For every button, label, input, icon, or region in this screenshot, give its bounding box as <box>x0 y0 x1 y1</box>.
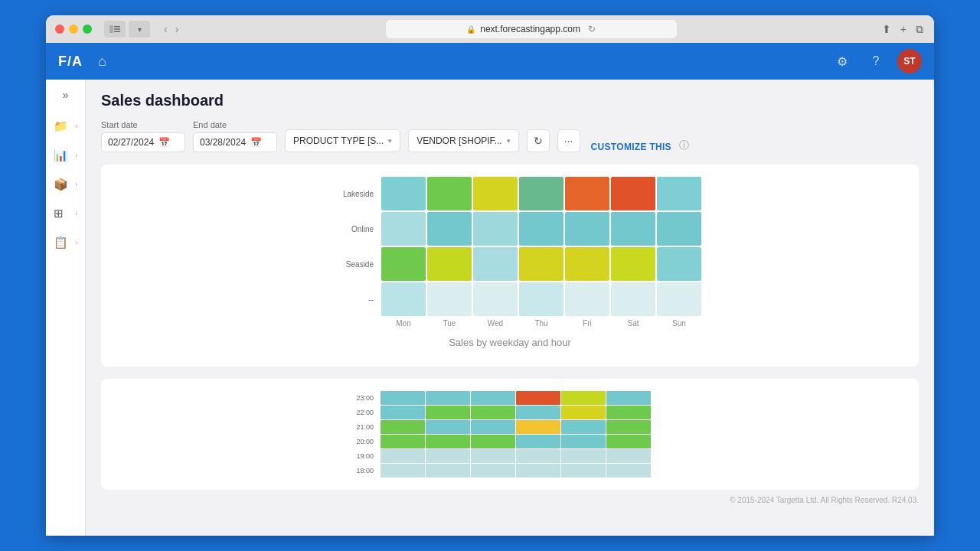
heatmap-chart-section: LakesideOnlineSeaside-- MonTueWedThuFriS… <box>101 165 919 367</box>
dropdown-chevron-icon: ▾ <box>388 137 392 145</box>
heatmap-cell <box>473 282 518 316</box>
heatmap2-cell <box>426 406 470 419</box>
heatmap2-cell <box>381 406 425 419</box>
address-bar[interactable]: 🔒 next.forecastingapp.com ↻ <box>386 20 677 38</box>
end-date-input[interactable]: 03/28/2024 📅 <box>193 132 277 152</box>
end-date-label: End date <box>193 120 277 129</box>
heatmap2-cell <box>606 464 651 478</box>
heatmap-container: LakesideOnlineSeaside-- MonTueWedThuFriS… <box>334 177 686 328</box>
day-label: Mon <box>381 319 426 328</box>
traffic-lights <box>55 24 92 34</box>
fullscreen-button[interactable] <box>83 24 92 34</box>
product-type-label: PRODUCT TYPE [S... <box>293 135 384 146</box>
close-button[interactable] <box>55 24 64 34</box>
heatmap-chart-title: Sales by weekday and hour <box>113 337 906 348</box>
main-area: » 📁 › 📊 › 📦 › ⊞ › 📋 <box>46 80 934 536</box>
heatmap-cell <box>611 247 655 281</box>
share-icon[interactable]: ⬆ <box>880 21 893 37</box>
browser-titlebar: ▾ ‹ › 🔒 next.forecastingapp.com ↻ ⬆ + ⧉ <box>46 15 934 43</box>
heatmap-cell <box>611 282 655 316</box>
new-tab-icon[interactable]: + <box>899 21 908 37</box>
start-date-input[interactable]: 02/27/2024 📅 <box>101 132 185 152</box>
sidebar-toggle-btn[interactable] <box>104 21 126 37</box>
svg-rect-3 <box>114 31 120 33</box>
calendar-icon: 📅 <box>158 137 170 148</box>
heatmap2-cell <box>381 449 425 463</box>
day-labels: MonTueWedThuFriSatSun <box>334 319 686 328</box>
heatmap-cell <box>565 282 609 316</box>
heatmap2-cell <box>606 435 651 448</box>
heatmap-cell <box>381 177 426 210</box>
minimize-button[interactable] <box>69 24 78 34</box>
row-label: Online <box>334 212 380 246</box>
customize-link[interactable]: CUSTOMIZE THIS <box>591 142 671 152</box>
heatmap2-cell <box>471 406 515 419</box>
heatmap2-cell <box>606 406 651 419</box>
sidebar-item-grid[interactable]: ⊞ › <box>49 201 83 227</box>
user-avatar[interactable]: ST <box>897 49 922 73</box>
more-options-button[interactable]: ··· <box>557 129 580 152</box>
nav-left: F/A ⌂ <box>58 54 106 70</box>
forward-button[interactable]: › <box>172 23 182 35</box>
heatmap2-row-label: 22:00 <box>334 406 380 419</box>
row-label: -- <box>334 282 380 316</box>
grid-icon: ⊞ <box>54 207 64 220</box>
heatmap-cell <box>427 177 472 210</box>
heatmap2-cell <box>516 464 560 478</box>
heatmap2-cell <box>471 435 515 448</box>
heatmap2-container: 23:0022:0021:0020:0019:0018:00 <box>334 391 686 478</box>
settings-icon[interactable]: ⚙ <box>830 49 854 73</box>
day-label: Fri <box>565 319 609 328</box>
home-icon[interactable]: ⌂ <box>98 54 106 70</box>
reload-icon[interactable]: ↻ <box>588 24 596 34</box>
back-button[interactable]: ‹ <box>161 23 171 35</box>
start-date-group: Start date 02/27/2024 📅 <box>101 120 185 152</box>
day-label: Wed <box>473 319 518 328</box>
sidebar-item-reports[interactable]: 📊 › <box>49 142 83 168</box>
app-logo[interactable]: F/A <box>58 54 83 70</box>
heatmap2-cell <box>606 420 651 434</box>
inventory-icon: 📦 <box>54 178 68 191</box>
row-label: Seaside <box>334 247 380 281</box>
heatmap2-cell <box>561 449 606 463</box>
day-label: Sat <box>611 319 655 328</box>
heatmap-cell <box>565 177 609 210</box>
page-title: Sales dashboard <box>101 92 919 109</box>
heatmap-cell <box>657 212 701 246</box>
lock-icon: 🔒 <box>466 25 475 34</box>
row-label: Lakeside <box>334 177 380 210</box>
browser-controls: ▾ <box>104 21 150 37</box>
svg-rect-2 <box>114 28 120 30</box>
heatmap2-cell <box>561 391 606 405</box>
footer-text: © 2015-2024 Targetta Ltd. All Rights Res… <box>730 496 919 504</box>
browser-actions: ⬆ + ⧉ <box>880 21 925 37</box>
heatmap-cell <box>473 212 518 246</box>
refresh-button[interactable]: ↻ <box>527 129 550 152</box>
product-type-dropdown[interactable]: PRODUCT TYPE [S... ▾ <box>285 129 400 152</box>
sidebar-collapse-button[interactable]: » <box>54 86 78 104</box>
heatmap-cell <box>381 282 426 316</box>
url-text: next.forecastingapp.com <box>480 24 580 34</box>
vendor-dropdown[interactable]: VENDOR [SHOPIF... ▾ <box>408 129 518 152</box>
heatmap-cell <box>565 212 609 246</box>
sidebar-item-inventory[interactable]: 📦 › <box>49 171 83 197</box>
tabs-icon[interactable]: ⧉ <box>914 21 925 37</box>
heatmap2-cell <box>606 449 651 463</box>
heatmap-cell <box>519 247 564 281</box>
sidebar-item-lists[interactable]: 📋 › <box>49 230 83 256</box>
svg-rect-0 <box>109 25 113 33</box>
sidebar: » 📁 › 📊 › 📦 › ⊞ › 📋 <box>46 80 86 536</box>
heatmap-cell <box>473 177 518 210</box>
heatmap-cell <box>611 212 655 246</box>
nav-arrows: ‹ › <box>161 23 181 35</box>
sidebar-item-files[interactable]: 📁 › <box>49 113 83 139</box>
dropdown-btn[interactable]: ▾ <box>129 21 150 37</box>
heatmap-cell <box>381 247 426 281</box>
help-icon[interactable]: ? <box>864 49 888 73</box>
dropdown-chevron-icon-2: ▾ <box>507 137 511 145</box>
heatmap2-cell <box>561 435 606 448</box>
footer: © 2015-2024 Targetta Ltd. All Rights Res… <box>101 490 919 510</box>
heatmap-cell <box>657 177 701 210</box>
customize-help-icon[interactable]: ⓘ <box>679 139 689 152</box>
lists-icon: 📋 <box>54 236 68 249</box>
